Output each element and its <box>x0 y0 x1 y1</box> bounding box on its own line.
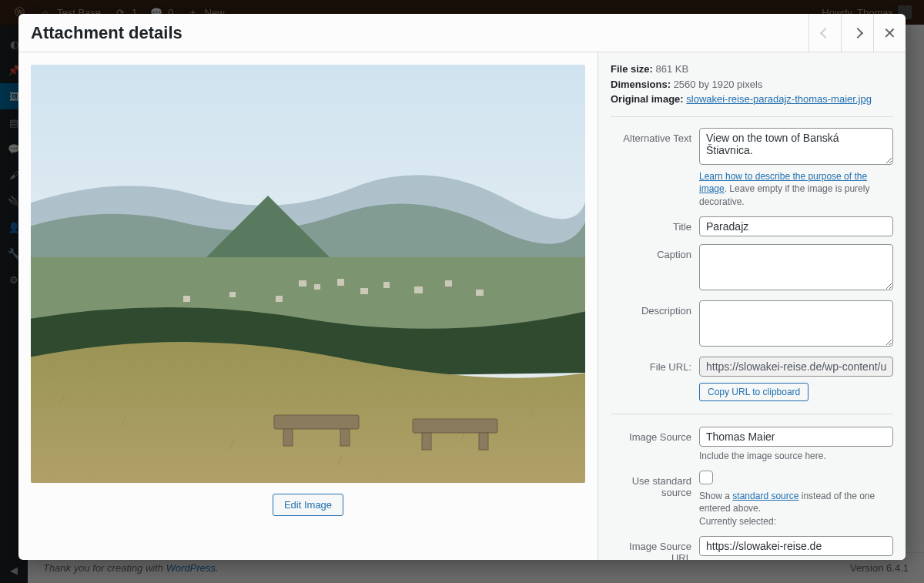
close-icon: ✕ <box>883 24 896 42</box>
attachment-thumbnail <box>31 65 585 483</box>
svg-rect-12 <box>183 296 190 302</box>
original-image-link[interactable]: slowakei-reise-paradajz-thomas-maier.jpg <box>686 93 872 105</box>
use-standard-source-checkbox[interactable] <box>699 471 713 484</box>
close-modal-button[interactable]: ✕ <box>873 14 906 52</box>
modal-content: Edit Image File size: 861 KB Dimensions:… <box>18 52 906 560</box>
edit-image-button[interactable]: Edit Image <box>273 494 343 516</box>
caption-input[interactable] <box>699 244 893 290</box>
file-url-label: File URL: <box>611 357 699 373</box>
image-source-url-label: Image Source URL <box>611 536 699 560</box>
svg-rect-7 <box>414 286 423 293</box>
description-input[interactable] <box>699 300 893 347</box>
dimensions-label: Dimensions: <box>611 79 671 90</box>
svg-rect-9 <box>476 290 484 296</box>
svg-rect-23 <box>422 433 431 450</box>
modal-header: Attachment details ✕ <box>18 14 906 52</box>
next-attachment-button[interactable] <box>841 14 873 52</box>
svg-rect-19 <box>274 415 359 429</box>
svg-rect-10 <box>276 296 283 302</box>
attachment-details: File size: 861 KB Dimensions: 2560 by 19… <box>611 62 893 117</box>
separator <box>611 414 893 414</box>
svg-rect-21 <box>340 429 350 446</box>
svg-rect-22 <box>413 419 497 433</box>
image-source-label: Image Source <box>611 427 699 443</box>
alt-help-tail: . Leave empty if the image is purely dec… <box>699 183 869 207</box>
svg-rect-24 <box>479 433 488 450</box>
modal-title: Attachment details <box>31 23 808 43</box>
description-label: Description <box>611 300 699 317</box>
svg-rect-5 <box>360 288 368 294</box>
title-input[interactable] <box>699 216 893 236</box>
use-standard-help-prefix: Show a <box>699 491 732 501</box>
caption-label: Caption <box>611 244 699 260</box>
copy-url-button[interactable]: Copy URL to clipboard <box>699 383 808 401</box>
attachment-media-view: Edit Image <box>18 52 598 560</box>
svg-rect-6 <box>383 282 390 288</box>
attachment-settings: Alternative Text Learn how to describe t… <box>611 128 893 561</box>
attachment-info-panel: File size: 861 KB Dimensions: 2560 by 19… <box>598 52 906 560</box>
prev-attachment-button <box>808 14 841 52</box>
attachment-image <box>31 65 585 483</box>
svg-rect-3 <box>314 284 320 290</box>
title-label: Title <box>611 216 699 233</box>
chevron-left-icon <box>819 27 830 38</box>
svg-rect-8 <box>445 280 452 286</box>
attachment-details-modal: Attachment details ✕ <box>18 14 906 560</box>
alt-text-label: Alternative Text <box>611 128 699 144</box>
svg-rect-11 <box>229 292 236 297</box>
file-size-label: File size: <box>611 63 653 75</box>
file-url-input[interactable] <box>699 357 893 377</box>
image-source-url-input[interactable] <box>699 536 893 556</box>
alt-text-input[interactable] <box>699 128 893 165</box>
use-standard-help-line2: Currently selected: <box>699 516 776 527</box>
dimensions-value: 2560 by 1920 pixels <box>674 79 763 90</box>
standard-source-link[interactable]: standard source <box>732 491 798 501</box>
file-size-value: 861 KB <box>656 63 689 75</box>
chevron-right-icon <box>852 27 862 38</box>
image-source-help: Include the image source here. <box>699 450 893 463</box>
image-source-input[interactable] <box>699 427 893 447</box>
svg-rect-2 <box>299 280 306 286</box>
svg-rect-20 <box>283 429 293 446</box>
original-image-label: Original image: <box>611 93 684 105</box>
svg-rect-4 <box>337 279 344 286</box>
image-source-url-help: URL to link the source text to. <box>699 559 893 560</box>
use-standard-source-label: Use standard source <box>611 471 699 498</box>
